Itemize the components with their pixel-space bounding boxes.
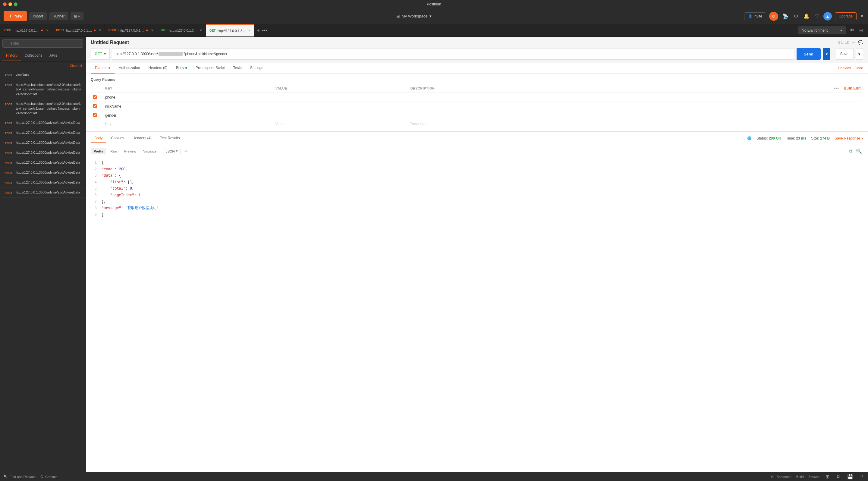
key-placeholder[interactable]: Key: [105, 122, 112, 126]
upgrade-button[interactable]: Upgrade: [835, 12, 857, 20]
sidebar-tab-apis[interactable]: APIs: [46, 50, 61, 61]
param-checkbox-2[interactable]: [93, 104, 97, 108]
search-icon[interactable]: 🔍: [855, 147, 863, 155]
list-item[interactable]: POST http://127.0.0.1:3000/advise/addAdv…: [0, 138, 86, 148]
param-key-1: phone: [105, 95, 115, 99]
bootcamp-button[interactable]: 🎓 Bootcamp: [770, 475, 792, 479]
list-item[interactable]: POST http://127.0.0.1:3000/advise/addAdv…: [0, 118, 86, 128]
table-row: phone: [91, 93, 863, 102]
send-dropdown-button[interactable]: ▾: [823, 48, 830, 60]
tab-3[interactable]: POST http://127.0.0.1:... ✕: [105, 24, 157, 36]
find-replace-button[interactable]: 🔍 Find and Replace: [4, 475, 36, 479]
help-icon[interactable]: ?: [859, 473, 864, 481]
tab-authorization[interactable]: Authorization: [115, 63, 144, 73]
maximize-dot[interactable]: [14, 2, 18, 6]
sync-button[interactable]: ↻: [769, 12, 778, 21]
list-item[interactable]: POST viseData: [0, 70, 86, 80]
tab-headers[interactable]: Headers (9): [144, 63, 172, 73]
workspace-button[interactable]: ⊞ My Workspace ▾: [396, 14, 432, 19]
param-checkbox-3[interactable]: [93, 113, 97, 117]
fmt-tab-raw[interactable]: Raw: [107, 148, 120, 154]
settings-icon[interactable]: ⚙: [793, 12, 799, 20]
cookies-link[interactable]: Cookies: [838, 66, 851, 70]
close-icon[interactable]: ✕: [248, 29, 250, 32]
tab-params[interactable]: Params: [91, 63, 115, 73]
format-type-select[interactable]: JSON ▾: [163, 148, 180, 154]
close-dot[interactable]: [3, 2, 7, 6]
more-tabs-button[interactable]: •••: [262, 28, 267, 33]
method-select[interactable]: GET ▾: [91, 48, 110, 60]
import-button[interactable]: Import: [29, 12, 47, 20]
tab-pre-request[interactable]: Pre-request Script: [191, 63, 229, 73]
list-item[interactable]: POST https://aip.baidubce.com/rest/2.0/s…: [0, 80, 86, 99]
close-icon[interactable]: ✕: [46, 29, 49, 32]
environment-selector[interactable]: No Environment ▾: [798, 27, 846, 34]
bell-icon[interactable]: 🔔: [802, 12, 811, 20]
resp-tab-body[interactable]: Body: [91, 134, 106, 142]
tab-tests[interactable]: Tests: [229, 63, 246, 73]
new-button[interactable]: ＋ New: [4, 11, 27, 21]
list-item[interactable]: POST https://aip.baidubce.com/rest/2.0/s…: [0, 99, 86, 118]
settings-icon[interactable]: ⊟: [858, 26, 864, 34]
chevron-down-icon[interactable]: ▾: [860, 12, 864, 20]
new-tab-button[interactable]: +: [257, 28, 259, 33]
list-item[interactable]: POST http://127.0.0.1:3000/advise/addAdv…: [0, 188, 86, 198]
resp-tab-cookies[interactable]: Cookies: [107, 134, 127, 142]
code-link[interactable]: Code: [855, 66, 863, 70]
list-item[interactable]: POST http://127.0.0.1:3000/advise/addAdv…: [0, 178, 86, 188]
list-item[interactable]: POST http://127.0.0.1:3000/advise/addAdv…: [0, 158, 86, 168]
tab-settings[interactable]: Settings: [246, 63, 267, 73]
param-checkbox-1[interactable]: [93, 95, 97, 99]
satellite-icon[interactable]: 📡: [781, 12, 789, 20]
save-icon[interactable]: 💾: [846, 473, 855, 481]
tab-2[interactable]: POST http://127.0.0.1:... ✕: [53, 24, 105, 36]
clear-all-button[interactable]: Clear all: [70, 64, 82, 67]
tab-4[interactable]: GET http://127.0.0.1:3... ✕: [157, 24, 206, 36]
bulk-edit-button[interactable]: Bulk Edit: [844, 86, 861, 90]
fmt-tab-preview[interactable]: Preview: [121, 148, 139, 154]
tab-1[interactable]: POST http://127.0.0.1:... ✕: [0, 24, 53, 36]
save-dropdown-button[interactable]: ▾: [856, 48, 863, 60]
search-input[interactable]: [2, 39, 83, 47]
eye-icon[interactable]: 👁: [848, 27, 856, 34]
wrap-icon[interactable]: ⇌: [184, 149, 188, 154]
list-item[interactable]: POST http://127.0.0.1:3000/advise/addAdv…: [0, 128, 86, 138]
split-icon[interactable]: ⧉: [835, 473, 841, 481]
value-placeholder[interactable]: Value: [276, 122, 284, 126]
close-icon[interactable]: ✕: [199, 29, 202, 32]
browse-button[interactable]: Browse: [808, 475, 819, 479]
more-options-icon[interactable]: •••: [834, 86, 839, 91]
fmt-tab-visualize[interactable]: Visualize: [140, 148, 159, 154]
sidebar-tab-history[interactable]: History: [2, 50, 21, 61]
layout-icon[interactable]: ⊞: [824, 473, 831, 481]
copy-icon[interactable]: ⧉: [848, 148, 854, 155]
avatar[interactable]: ▲: [824, 12, 832, 21]
edit-icon[interactable]: ✏: [852, 40, 856, 45]
runner-button[interactable]: Runner: [49, 12, 68, 20]
list-item[interactable]: POST http://127.0.0.1:3000/advise/addAdv…: [0, 168, 86, 178]
layout-button[interactable]: ⊞ ▾: [70, 12, 84, 20]
fmt-tab-pretty[interactable]: Pretty: [91, 148, 106, 154]
close-icon[interactable]: ✕: [98, 29, 101, 32]
tab-5[interactable]: GET http://127.0.0.1:3... ✕: [206, 24, 254, 36]
invite-button[interactable]: 👤 Invite: [744, 12, 766, 20]
history-url: http://127.0.0.1:3000/advise/addAdviseDa…: [16, 170, 80, 175]
history-url: https://aip.baidubce.com/rest/2.0/soluti…: [16, 83, 82, 96]
comment-icon[interactable]: 💬: [858, 40, 863, 45]
desc-placeholder[interactable]: Description: [410, 122, 429, 126]
heart-icon[interactable]: ♡: [814, 12, 820, 20]
build-button[interactable]: Build: [796, 475, 804, 479]
send-button[interactable]: Send: [797, 48, 821, 60]
close-icon[interactable]: ✕: [151, 29, 153, 32]
env-area: No Environment ▾ 👁 ⊟: [794, 26, 868, 34]
resp-tab-test-results[interactable]: Test Results: [156, 134, 183, 142]
list-item[interactable]: POST http://127.0.0.1:3000/advise/addAdv…: [0, 148, 86, 158]
save-response-button[interactable]: Save Response ▾: [835, 136, 863, 140]
resp-tab-headers[interactable]: Headers (4): [129, 134, 155, 142]
console-button[interactable]: ⬡ Console: [40, 475, 57, 479]
sidebar-tab-collections[interactable]: Collections: [21, 50, 46, 61]
save-button[interactable]: Save: [835, 48, 854, 60]
minimize-dot[interactable]: [8, 2, 12, 6]
main-area: 🔍 History Collections APIs Clear all POS…: [0, 37, 868, 472]
tab-body[interactable]: Body: [172, 63, 191, 73]
